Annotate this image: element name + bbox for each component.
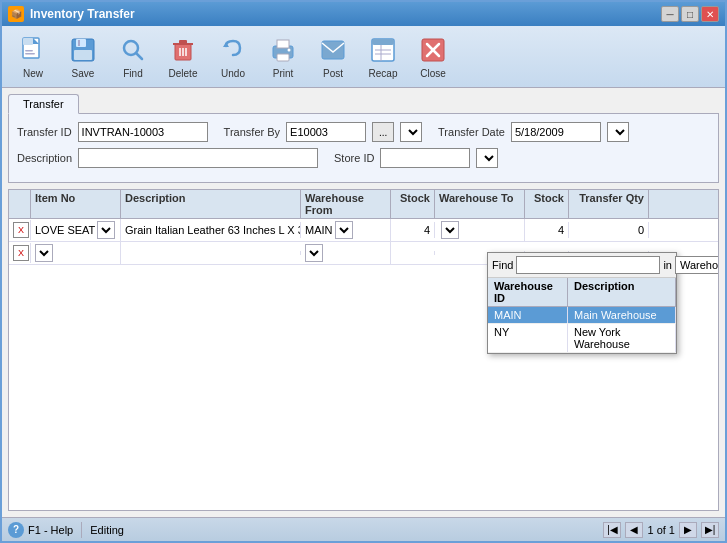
status-help: ? F1 - Help: [8, 522, 82, 538]
save-button[interactable]: Save: [60, 29, 106, 84]
row1-itemno-dropdown[interactable]: [97, 221, 115, 239]
transfer-date-label: Transfer Date: [438, 126, 505, 138]
toolbar: New Save Find Delete Und: [2, 26, 725, 88]
svg-rect-6: [76, 39, 86, 47]
store-id-dropdown[interactable]: [476, 148, 498, 168]
main-window: 📦 Inventory Transfer ─ □ ✕ New Save: [0, 0, 727, 543]
status-editing: Editing: [82, 524, 603, 536]
store-id-input[interactable]: [380, 148, 470, 168]
transfer-by-browse-button[interactable]: ...: [372, 122, 394, 142]
help-icon: ?: [8, 522, 24, 538]
close-icon: [417, 34, 449, 66]
row1-stock2-value: 4: [558, 224, 564, 236]
save-icon: [67, 34, 99, 66]
post-button[interactable]: Post: [310, 29, 356, 84]
row1-wfrom-dropdown[interactable]: [335, 221, 353, 239]
svg-rect-24: [372, 39, 394, 45]
form-row-1: Transfer ID Transfer By ... Transfer Dat…: [17, 122, 710, 142]
transfer-by-label: Transfer By: [224, 126, 280, 138]
row1-stock2-cell: 4: [525, 222, 569, 238]
delete-label: Delete: [169, 68, 198, 79]
popup-find-label: Find: [492, 259, 513, 271]
nav-next-button[interactable]: ▶: [679, 522, 697, 538]
grid-header-tqty: Transfer Qty: [569, 190, 649, 218]
popup-header-desc: Description: [568, 278, 676, 306]
description-input[interactable]: [78, 148, 318, 168]
minimize-button[interactable]: ─: [661, 6, 679, 22]
row1-itemno-value: LOVE SEAT: [35, 224, 95, 236]
row1-tqty-value: 0: [638, 224, 644, 236]
row2-itemno-cell: [31, 242, 121, 264]
popup-row-ny[interactable]: NY New York Warehouse: [488, 324, 676, 353]
print-button[interactable]: Print: [260, 29, 306, 84]
row1-tqty-cell: 0: [569, 222, 649, 238]
row1-wfrom-cell: MAIN: [301, 219, 391, 241]
grid-header-wfrom: Warehouse From: [301, 190, 391, 218]
close-label: Close: [420, 68, 446, 79]
description-label: Description: [17, 152, 72, 164]
delete-icon: [167, 34, 199, 66]
transfer-id-input[interactable]: [78, 122, 208, 142]
close-button[interactable]: Close: [410, 29, 456, 84]
nav-prev-button[interactable]: ◀: [625, 522, 643, 538]
svg-rect-20: [277, 54, 289, 61]
store-id-label: Store ID: [334, 152, 374, 164]
popup-cell-ny-id: NY: [488, 324, 568, 352]
status-bar: ? F1 - Help Editing |◀ ◀ 1 of 1 ▶ ▶|: [2, 517, 725, 541]
form-panel: Transfer ID Transfer By ... Transfer Dat…: [8, 113, 719, 183]
save-label: Save: [72, 68, 95, 79]
new-button[interactable]: New: [10, 29, 56, 84]
transfer-by-input[interactable]: [286, 122, 366, 142]
find-label: Find: [123, 68, 142, 79]
popup-in-select[interactable]: Warehouse ID Description: [675, 256, 719, 274]
row1-delete-button[interactable]: X: [13, 222, 29, 238]
window-title: Inventory Transfer: [30, 7, 135, 21]
nav-first-button[interactable]: |◀: [603, 522, 621, 538]
row1-wto-dropdown[interactable]: [441, 221, 459, 239]
grid-header-del: [9, 190, 31, 218]
popup-find-input[interactable]: [516, 256, 660, 274]
svg-rect-8: [74, 50, 92, 60]
transfer-date-dropdown[interactable]: [607, 122, 629, 142]
close-window-button[interactable]: ✕: [701, 6, 719, 22]
status-nav: |◀ ◀ 1 of 1 ▶ ▶|: [603, 522, 719, 538]
maximize-button[interactable]: □: [681, 6, 699, 22]
tab-transfer[interactable]: Transfer: [8, 94, 79, 114]
popup-row-main[interactable]: MAIN Main Warehouse: [488, 307, 676, 324]
grid-header-stock1: Stock: [391, 190, 435, 218]
undo-icon: [217, 34, 249, 66]
row2-itemno-dropdown[interactable]: [35, 244, 53, 262]
grid-header-desc: Description: [121, 190, 301, 218]
row1-wto-cell: [435, 219, 525, 241]
grid-header-wto: Warehouse To: [435, 190, 525, 218]
row2-wfrom-dropdown[interactable]: [305, 244, 323, 262]
help-label: F1 - Help: [28, 524, 73, 536]
post-icon: [317, 34, 349, 66]
row1-wfrom-value: MAIN: [305, 224, 333, 236]
transfer-by-dropdown[interactable]: [400, 122, 422, 142]
popup-cell-main-id: MAIN: [488, 307, 568, 323]
title-buttons: ─ □ ✕: [661, 6, 719, 22]
row2-stock1-cell: [391, 251, 435, 255]
transfer-date-input[interactable]: [511, 122, 601, 142]
undo-button[interactable]: Undo: [210, 29, 256, 84]
popup-grid-header: Warehouse ID Description: [488, 278, 676, 307]
new-icon: [17, 34, 49, 66]
grid-header: Item No Description Warehouse From Stock…: [9, 190, 718, 219]
row2-delete-button[interactable]: X: [13, 245, 29, 261]
delete-button[interactable]: Delete: [160, 29, 206, 84]
svg-rect-7: [78, 40, 80, 46]
form-row-2: Description Store ID: [17, 148, 710, 168]
row2-desc-cell: [121, 251, 301, 255]
popup-cell-ny-desc: New York Warehouse: [568, 324, 676, 352]
new-label: New: [23, 68, 43, 79]
svg-rect-3: [25, 50, 33, 52]
row1-stock1-value: 4: [424, 224, 430, 236]
svg-rect-22: [322, 41, 344, 59]
popup-find-row: Find in Warehouse ID Description: [488, 253, 676, 278]
row2-wfrom-cell: [301, 242, 391, 264]
find-button[interactable]: Find: [110, 29, 156, 84]
undo-label: Undo: [221, 68, 245, 79]
nav-last-button[interactable]: ▶|: [701, 522, 719, 538]
recap-button[interactable]: Recap: [360, 29, 406, 84]
